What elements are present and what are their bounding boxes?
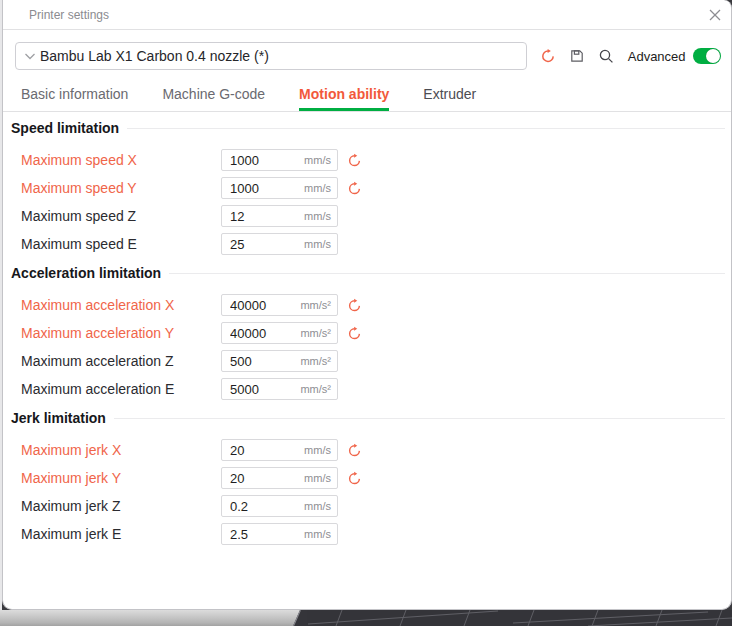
tab-extruder[interactable]: Extruder (423, 86, 476, 111)
reset-icon (347, 298, 362, 313)
reset-value-button[interactable] (346, 470, 362, 486)
section-header: Jerk limitation (11, 410, 725, 426)
settings-section: Speed limitation Maximum speed X mm/s Ma… (11, 120, 725, 255)
setting-unit: mm/s (300, 210, 331, 222)
setting-label: Maximum acceleration X (21, 297, 221, 313)
setting-label: Maximum jerk E (21, 526, 221, 542)
setting-value-input[interactable] (222, 326, 300, 341)
setting-input-box: mm/s (221, 495, 338, 517)
setting-row: Maximum jerk E mm/s (21, 523, 725, 545)
dialog-titlebar: Printer settings (3, 0, 731, 30)
section-title: Jerk limitation (11, 410, 106, 426)
setting-row: Maximum jerk Y mm/s (21, 467, 725, 489)
toggle-knob (706, 49, 720, 63)
search-settings-button[interactable] (598, 48, 615, 65)
dialog-title: Printer settings (29, 8, 708, 22)
setting-value-input[interactable] (222, 354, 300, 369)
setting-value-input[interactable] (222, 209, 300, 224)
setting-row: Maximum acceleration Y mm/s² (21, 322, 725, 344)
reset-icon (347, 471, 362, 486)
setting-row: Maximum speed Z mm/s (21, 205, 725, 227)
save-icon (569, 48, 585, 64)
setting-input-box: mm/s² (221, 350, 338, 372)
printer-preset-select[interactable]: Bambu Lab X1 Carbon 0.4 nozzle (*) (15, 42, 527, 70)
setting-row: Maximum speed Y mm/s (21, 177, 725, 199)
section-header: Acceleration limitation (11, 265, 725, 281)
setting-label: Maximum acceleration E (21, 381, 221, 397)
setting-value-input[interactable] (222, 527, 300, 542)
reset-icon (347, 181, 362, 196)
save-preset-button[interactable] (569, 48, 585, 64)
reset-value-button[interactable] (346, 180, 362, 196)
reset-icon (540, 48, 556, 64)
setting-input-box: mm/s (221, 177, 338, 199)
setting-unit: mm/s² (300, 327, 331, 339)
setting-input-box: mm/s (221, 439, 338, 461)
tab-motion-ability[interactable]: Motion ability (299, 86, 389, 111)
setting-value-input[interactable] (222, 499, 300, 514)
setting-unit: mm/s² (300, 299, 331, 311)
tab-basic-information[interactable]: Basic information (21, 86, 128, 111)
setting-row: Maximum acceleration Z mm/s² (21, 350, 725, 372)
section-rows: Maximum jerk X mm/s Maximum jerk Y mm/s … (21, 439, 725, 545)
setting-value-input[interactable] (222, 298, 300, 313)
setting-unit: mm/s (300, 154, 331, 166)
section-divider (169, 273, 725, 274)
setting-unit: mm/s (300, 528, 331, 540)
setting-input-box: mm/s (221, 523, 338, 545)
settings-section: Jerk limitation Maximum jerk X mm/s Maxi… (11, 410, 725, 545)
motion-ability-panel: Speed limitation Maximum speed X mm/s Ma… (3, 112, 731, 545)
preset-bar: Bambu Lab X1 Carbon 0.4 nozzle (*) Advan… (3, 30, 731, 70)
setting-input-box: mm/s (221, 205, 338, 227)
selected-preset-label: Bambu Lab X1 Carbon 0.4 nozzle (*) (40, 48, 269, 64)
reset-icon (347, 443, 362, 458)
setting-value-input[interactable] (222, 181, 300, 196)
section-rows: Maximum speed X mm/s Maximum speed Y mm/… (21, 149, 725, 255)
setting-value-input[interactable] (222, 443, 300, 458)
close-icon (709, 9, 721, 21)
setting-unit: mm/s (300, 472, 331, 484)
close-button[interactable] (708, 8, 722, 22)
reset-icon (347, 326, 362, 341)
setting-label: Maximum speed E (21, 236, 221, 252)
reset-slot (346, 526, 362, 542)
setting-value-input[interactable] (222, 382, 300, 397)
reset-value-button[interactable] (346, 442, 362, 458)
reset-value-button[interactable] (346, 325, 362, 341)
setting-row: Maximum jerk Z mm/s (21, 495, 725, 517)
build-plate-grid (288, 610, 732, 626)
setting-label: Maximum jerk X (21, 442, 221, 458)
setting-label: Maximum acceleration Z (21, 353, 221, 369)
setting-input-box: mm/s² (221, 294, 338, 316)
reset-value-button[interactable] (346, 152, 362, 168)
setting-value-input[interactable] (222, 237, 300, 252)
setting-label: Maximum jerk Y (21, 470, 221, 486)
reset-slot (346, 208, 362, 224)
section-divider (114, 418, 725, 419)
tab-machine-gcode[interactable]: Machine G-code (162, 86, 265, 111)
setting-input-box: mm/s² (221, 378, 338, 400)
setting-label: Maximum acceleration Y (21, 325, 221, 341)
reset-preset-button[interactable] (540, 48, 556, 64)
section-title: Speed limitation (11, 120, 119, 136)
settings-section: Acceleration limitation Maximum accelera… (11, 265, 725, 400)
advanced-mode-toggle[interactable] (693, 48, 721, 64)
setting-row: Maximum speed X mm/s (21, 149, 725, 171)
setting-row: Maximum acceleration X mm/s² (21, 294, 725, 316)
reset-slot (346, 236, 362, 252)
setting-row: Maximum speed E mm/s (21, 233, 725, 255)
setting-input-box: mm/s (221, 467, 338, 489)
viewport-background (0, 610, 732, 626)
setting-label: Maximum speed X (21, 152, 221, 168)
sidebar-background-strip (0, 610, 300, 626)
chevron-down-icon (24, 51, 36, 61)
search-icon (598, 48, 615, 65)
reset-value-button[interactable] (346, 297, 362, 313)
setting-value-input[interactable] (222, 153, 300, 168)
setting-unit: mm/s (300, 444, 331, 456)
reset-slot (346, 353, 362, 369)
setting-unit: mm/s (300, 238, 331, 250)
reset-icon (347, 153, 362, 168)
setting-value-input[interactable] (222, 471, 300, 486)
settings-tabs: Basic information Machine G-code Motion … (3, 70, 731, 112)
